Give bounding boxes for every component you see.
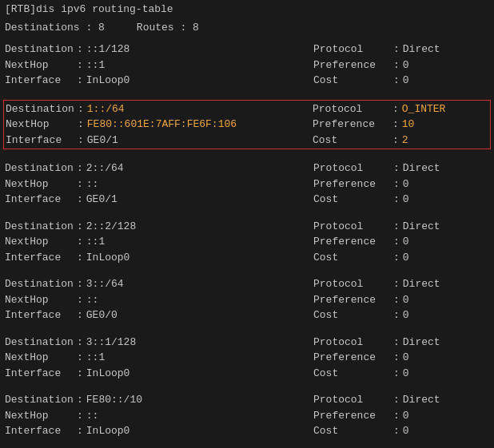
route-row-destination-0: Destination : ::1/128 Protocol : Direct xyxy=(5,42,489,57)
route-row-destination-2: Destination : 2::/64 Protocol : Direct xyxy=(5,161,489,176)
destinations-value: 8 xyxy=(98,22,105,34)
route-block-4: Destination : 3::/64 Protocol : Direct N… xyxy=(5,276,489,323)
route-row-nexthop-1: NextHop : FE80::601E:7AFF:FE6F:106 Prefe… xyxy=(6,117,488,133)
route-row-nexthop-2: NextHop : :: Preference : 0 xyxy=(5,176,489,192)
routes-label: Routes xyxy=(137,22,174,34)
summary-line: Destinations : 8 Routes : 8 xyxy=(5,22,489,34)
route-block-0: Destination : ::1/128 Protocol : Direct … xyxy=(5,42,489,89)
route-block-1: Destination : 1::/64 Protocol : O_INTER … xyxy=(3,100,491,150)
route-block-3: Destination : 2::2/128 Protocol : Direct… xyxy=(5,219,489,266)
route-block-6: Destination : FE80::/10 Protocol : Direc… xyxy=(5,392,489,439)
route-row-nexthop-6: NextHop : :: Preference : 0 xyxy=(5,408,489,424)
route-row-interface-5: Interface : InLoop0 Cost : 0 xyxy=(5,366,489,382)
route-row-interface-1: Interface : GE0/1 Cost : 2 xyxy=(6,133,488,149)
title-text: [RTB]dis ipv6 routing-table xyxy=(5,3,173,15)
destinations-label: Destinations xyxy=(5,22,80,34)
terminal-window: [RTB]dis ipv6 routing-table Destinations… xyxy=(0,0,494,448)
route-block-2: Destination : 2::/64 Protocol : Direct N… xyxy=(5,161,489,208)
route-row-nexthop-4: NextHop : :: Preference : 0 xyxy=(5,292,489,308)
route-row-destination-1: Destination : 1::/64 Protocol : O_INTER xyxy=(6,101,488,117)
routes-value: 8 xyxy=(193,22,199,34)
route-row-interface-6: Interface : InLoop0 Cost : 0 xyxy=(5,423,489,439)
route-row-interface-0: Interface : InLoop0 Cost : 0 xyxy=(5,73,489,89)
route-row-interface-2: Interface : GE0/1 Cost : 0 xyxy=(5,192,489,208)
route-block-5: Destination : 3::1/128 Protocol : Direct… xyxy=(5,335,489,382)
route-row-nexthop-3: NextHop : ::1 Preference : 0 xyxy=(5,234,489,250)
route-row-interface-3: Interface : InLoop0 Cost : 0 xyxy=(5,250,489,266)
route-row-nexthop-5: NextHop : ::1 Preference : 0 xyxy=(5,350,489,366)
route-row-interface-4: Interface : GE0/0 Cost : 0 xyxy=(5,307,489,323)
route-row-destination-3: Destination : 2::2/128 Protocol : Direct xyxy=(5,219,489,235)
route-row-nexthop-0: NextHop : ::1 Preference : 0 xyxy=(5,57,489,73)
routes-container: Destination : ::1/128 Protocol : Direct … xyxy=(5,42,489,448)
title-bar: [RTB]dis ipv6 routing-table xyxy=(5,3,489,15)
routes-summary: Routes : 8 xyxy=(137,22,199,34)
destinations-summary: Destinations : 8 xyxy=(5,22,105,34)
route-row-destination-5: Destination : 3::1/128 Protocol : Direct xyxy=(5,335,489,351)
route-spacer-6 xyxy=(5,446,489,449)
route-row-destination-4: Destination : 3::/64 Protocol : Direct xyxy=(5,276,489,292)
route-row-destination-6: Destination : FE80::/10 Protocol : Direc… xyxy=(5,392,489,408)
